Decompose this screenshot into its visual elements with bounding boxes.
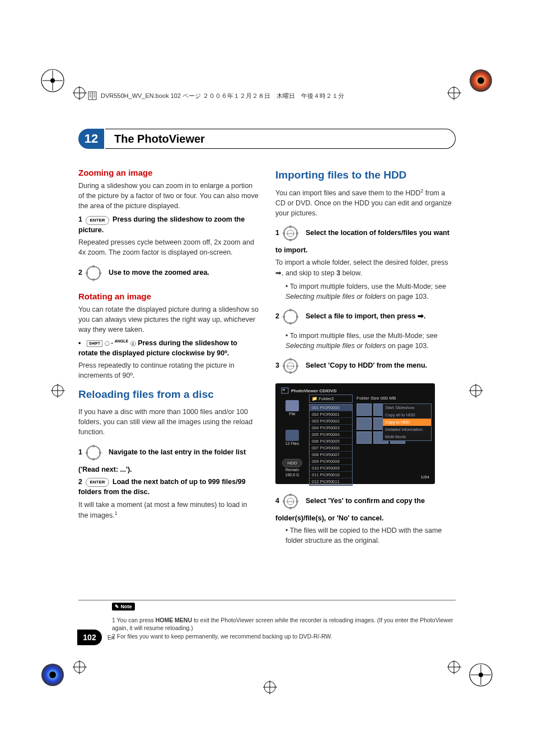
print-corner-tr <box>469 68 494 93</box>
pv-list-item: 010 PIOR0009 <box>310 465 352 472</box>
shift-button-icon: SHIFT <box>87 340 102 347</box>
dpad-enter-icon: ENTER <box>281 492 300 511</box>
pv-list-item: 007 PIOR0006 <box>310 445 352 452</box>
svg-point-3 <box>50 78 55 83</box>
body-text: It will take a moment (at most a few min… <box>78 500 259 520</box>
pv-list-item: 011 PIOR0010 <box>310 472 352 478</box>
doc-header-text: DVR550H_WV_EN.book 102 ページ ２００６年１２月２８日 木… <box>101 92 344 100</box>
page-number-badge: 102 <box>77 630 102 645</box>
enter-button-icon: ENTER <box>86 216 109 225</box>
pv-list-item: 012 PIOR0011 <box>310 478 352 485</box>
section-heading-zoom: Zooming an image <box>78 168 259 177</box>
bullet-item: • To import multiple folders, use the Mu… <box>285 281 456 302</box>
step-number: 2 <box>78 478 82 486</box>
footnote-ref: 1 <box>115 510 118 516</box>
step-2: 2 Use to move the zoomed area. <box>78 261 259 285</box>
body-text: You can rotate the displayed picture dur… <box>78 304 259 335</box>
registration-mark <box>263 680 277 694</box>
pv-context-menu: Start SlideshowCopy all to HDDCopy to HD… <box>382 403 432 441</box>
step-instruction: Select the location of folders/files you… <box>275 229 449 255</box>
pv-list-item: 009 PIOR0008 <box>310 458 352 465</box>
svg-point-11 <box>479 673 483 677</box>
pv-list-item: 002 PIOR0001 <box>310 411 352 418</box>
pv-menu-item: Multi-Mode <box>383 433 431 440</box>
svg-text:ENTER: ENTER <box>287 365 295 368</box>
chapter-title: The PhotoViewer <box>114 133 205 145</box>
pv-menu-item: Start Slideshow <box>383 404 431 411</box>
left-column: Zooming an image During a slideshow you … <box>78 161 259 550</box>
footnote-1: 1 You can press HOME MENU to exit the Ph… <box>112 616 456 632</box>
print-corner-bl <box>40 663 65 688</box>
body-text: If you have a disc with more than 1000 f… <box>78 407 259 437</box>
dpad-enter-icon: ENTER <box>281 224 300 243</box>
body-text: You can import files and save them to th… <box>275 187 456 219</box>
print-corner-tl <box>40 68 65 93</box>
body-text: During a slideshow you can zoom in to en… <box>78 181 259 211</box>
step-instruction: Select 'Copy to HDD' from the menu. <box>306 362 427 370</box>
pv-paginator: 1/84 <box>420 475 429 480</box>
pv-title: PhotoViewer CD/DVD <box>278 386 433 396</box>
pv-folder-size: Folder Size 000 MB <box>357 396 396 401</box>
body-text: Repeated presses cycle between zoom off,… <box>78 237 259 257</box>
import-step-2: 2 Select a file to import, then press ➡. <box>275 305 456 328</box>
rotate-bullet: • SHIFT ◯ + ANGLE 6 Press during the sli… <box>78 338 259 358</box>
step-number: 4 <box>275 497 279 505</box>
body-text: To import a whole folder, select the des… <box>275 257 456 278</box>
chapter-title-wrap: The PhotoViewer <box>105 129 456 149</box>
section-heading-reload: Reloading files from a disc <box>78 388 259 401</box>
thumbnail <box>357 431 372 444</box>
right-arrow-icon: ➡ <box>275 269 282 277</box>
reload-step-1: 1 Navigate to the last entry in the fold… <box>78 441 259 475</box>
photo-icon <box>281 387 289 394</box>
photoviewer-panel: PhotoViewer CD/DVD File 12 Files HDD Rem… <box>275 383 435 484</box>
enter-button-icon: ENTER <box>86 478 109 487</box>
pv-menu-item: Detailed Information <box>383 426 431 433</box>
svg-point-7 <box>49 672 56 678</box>
right-column: Importing files to the HDD You can impor… <box>275 161 456 550</box>
svg-text:ENTER: ENTER <box>287 232 295 235</box>
pv-menu-item: Copy all to HDD <box>383 411 431 419</box>
dpad-icon <box>84 443 103 462</box>
section-heading-import: Importing files to the HDD <box>275 169 456 182</box>
svg-point-40 <box>87 446 100 459</box>
registration-mark <box>73 660 87 674</box>
right-arrow-icon: ➡ <box>418 312 424 320</box>
step-instruction: Select a file to import, then press ➡. <box>306 312 426 320</box>
svg-point-5 <box>477 77 484 84</box>
pv-file-list: 📁 Folder2 001 PIOR0000002 PIOR0001003 PI… <box>309 395 353 486</box>
import-step-4: 4 ENTER Select 'Yes' to confirm and copy… <box>275 490 456 523</box>
step-number: 1 <box>275 229 279 237</box>
dpad-enter-icon: ENTER <box>281 356 300 375</box>
dpad-icon <box>84 264 103 283</box>
svg-rect-65 <box>283 389 285 391</box>
step-number: 2 <box>78 269 82 276</box>
body-text: Press repeatedly to continue rotating th… <box>78 360 259 381</box>
print-corner-br <box>469 663 494 688</box>
step-instruction: Navigate to the last entry in the folder… <box>78 448 246 473</box>
footnote-separator: Note 1 You can press HOME MENU to exit t… <box>78 600 456 641</box>
step-number: 1 <box>78 215 82 223</box>
angle-button-icon: 6 <box>130 341 136 346</box>
registration-mark <box>51 384 65 398</box>
chapter-number-badge: 12 <box>78 129 104 149</box>
step-number: 1 <box>78 448 82 456</box>
step-instruction: Press during the slideshow to rotate the… <box>78 339 237 357</box>
note-badge: Note <box>112 603 135 611</box>
chapter-bar: 12 The PhotoViewer <box>78 129 456 149</box>
registration-mark <box>447 660 461 674</box>
pv-list-item: 001 PIOR0000 <box>310 405 352 411</box>
doc-header-bar: DVR550H_WV_EN.book 102 ページ ２００６年１２月２８日 木… <box>84 90 450 102</box>
footnote-2: 2 For files you want to keep permanently… <box>112 632 456 641</box>
pv-list-item: 004 PIOR0003 <box>310 425 352 431</box>
registration-mark <box>469 384 483 398</box>
pv-list-item: 006 PIOR0005 <box>310 438 352 445</box>
pv-list-item: 008 PIOR0007 <box>310 452 352 458</box>
pv-list-item: 003 PIOR0002 <box>310 418 352 425</box>
step-instruction: Use to move the zoomed area. <box>109 269 209 276</box>
pv-list-item: 005 PIOR0004 <box>310 431 352 438</box>
dpad-icon <box>281 307 300 326</box>
reload-step-2: 2 ENTER Load the next batch of up to 999… <box>78 477 259 497</box>
pv-menu-item: Copy to HDD <box>383 419 431 426</box>
hdd-badge: HDD <box>282 459 302 467</box>
import-step-1: 1 ENTER Select the location of folders/f… <box>275 222 456 255</box>
